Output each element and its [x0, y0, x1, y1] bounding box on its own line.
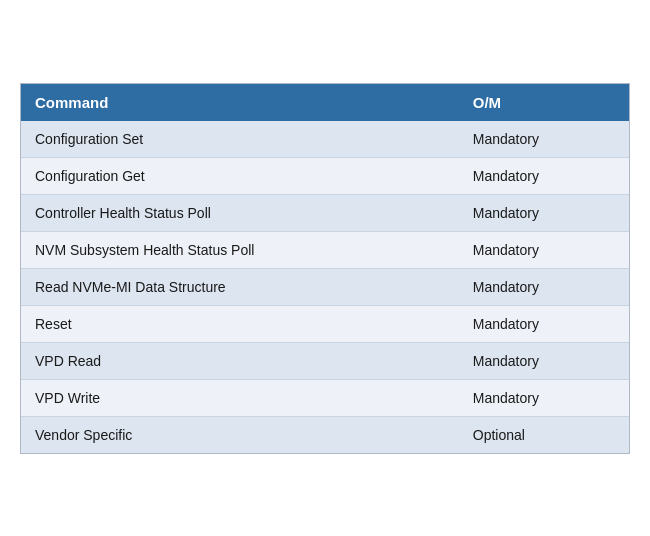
- page-wrapper: Command O/M Configuration SetMandatoryCo…: [0, 0, 650, 536]
- cell-command: Read NVMe-MI Data Structure: [21, 268, 459, 305]
- cell-om: Mandatory: [459, 121, 629, 158]
- cell-om: Mandatory: [459, 342, 629, 379]
- table-row: Configuration GetMandatory: [21, 157, 629, 194]
- cell-om: Mandatory: [459, 231, 629, 268]
- table-header-row: Command O/M: [21, 84, 629, 121]
- cell-command: NVM Subsystem Health Status Poll: [21, 231, 459, 268]
- cell-command: Vendor Specific: [21, 416, 459, 453]
- cell-om: Mandatory: [459, 157, 629, 194]
- column-header-command: Command: [21, 84, 459, 121]
- cell-command: VPD Write: [21, 379, 459, 416]
- table-container: Command O/M Configuration SetMandatoryCo…: [20, 83, 630, 454]
- cell-command: Reset: [21, 305, 459, 342]
- column-header-om: O/M: [459, 84, 629, 121]
- cell-command: VPD Read: [21, 342, 459, 379]
- cell-command: Configuration Set: [21, 121, 459, 158]
- table-body: Configuration SetMandatoryConfiguration …: [21, 121, 629, 453]
- table-row: NVM Subsystem Health Status PollMandator…: [21, 231, 629, 268]
- table-row: Configuration SetMandatory: [21, 121, 629, 158]
- table-row: VPD ReadMandatory: [21, 342, 629, 379]
- cell-om: Optional: [459, 416, 629, 453]
- table-row: Read NVMe-MI Data StructureMandatory: [21, 268, 629, 305]
- cell-om: Mandatory: [459, 194, 629, 231]
- cell-om: Mandatory: [459, 268, 629, 305]
- table-row: ResetMandatory: [21, 305, 629, 342]
- table-row: VPD WriteMandatory: [21, 379, 629, 416]
- cell-om: Mandatory: [459, 305, 629, 342]
- cell-om: Mandatory: [459, 379, 629, 416]
- table-row: Vendor SpecificOptional: [21, 416, 629, 453]
- cell-command: Configuration Get: [21, 157, 459, 194]
- table-row: Controller Health Status PollMandatory: [21, 194, 629, 231]
- commands-table: Command O/M Configuration SetMandatoryCo…: [21, 84, 629, 453]
- cell-command: Controller Health Status Poll: [21, 194, 459, 231]
